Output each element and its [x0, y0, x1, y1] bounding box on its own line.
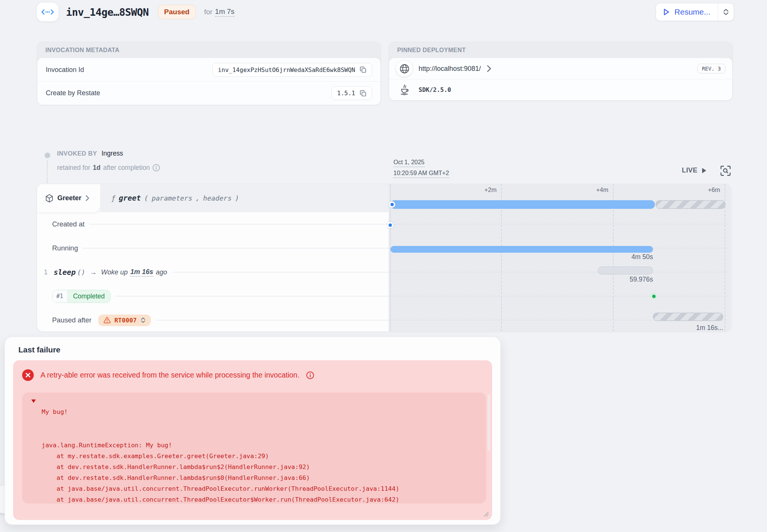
attempt-completed-dot: [650, 293, 657, 300]
copy-version-button[interactable]: [360, 90, 366, 97]
error-code-badge[interactable]: RT0007: [98, 315, 151, 326]
service-name: Greeter: [57, 194, 81, 202]
created-at-label: Created at: [52, 220, 84, 228]
paren-open: (: [144, 194, 149, 202]
invocation-duration[interactable]: 1m 7s: [215, 7, 234, 17]
timeline-start-datetime[interactable]: Oct 1, 2025 10:20:59 AM GMT+2: [393, 159, 449, 181]
code-chevrons-icon: [41, 9, 54, 15]
resume-button[interactable]: Resume...: [656, 3, 718, 21]
resume-button-label: Resume...: [674, 7, 710, 16]
timeline-date: Oct 1, 2025: [393, 159, 425, 167]
resume-split-button: Resume...: [656, 3, 734, 21]
copy-icon: [360, 66, 366, 73]
resize-handle[interactable]: [484, 511, 489, 518]
paused-duration-bar[interactable]: [653, 313, 723, 321]
deployment-endpoint-row[interactable]: http://localhost:9081/ REV. 3: [389, 58, 732, 79]
restate-version-text: 1.5.1: [337, 90, 355, 97]
retention-line: retained for 1d after completion: [57, 164, 160, 172]
created-at-dot: [387, 222, 393, 228]
running-bar[interactable]: [390, 246, 653, 253]
arg-comma: ,: [196, 194, 200, 202]
journey-dotted-line: [47, 160, 48, 183]
info-icon[interactable]: [306, 371, 314, 379]
scrollbar-thumb[interactable]: [488, 395, 490, 451]
sleep-result-suffix: ago: [156, 268, 167, 276]
sleep-duration: 59.976s: [389, 276, 653, 283]
created-at-timeline: [389, 212, 731, 236]
service-tab[interactable]: Greeter: [37, 184, 100, 212]
copy-icon: [360, 90, 366, 97]
pinned-deployment-title: PINNED DEPLOYMENT: [389, 42, 732, 58]
paused-duration: 1m 16s...: [389, 324, 723, 332]
error-code: RT0007: [114, 317, 137, 324]
error-circle: [22, 369, 34, 381]
invocation-id-row: Invocation Id inv_14gexPzHSutO6jrnWedaXS…: [38, 58, 380, 81]
invocation-metadata-body: Invocation Id inv_14gexPzHSutO6jrnWedaXS…: [37, 58, 381, 105]
chevron-up-down-icon: [141, 317, 146, 323]
retention-duration: 1d: [93, 164, 101, 172]
triangle-down-icon: [31, 399, 36, 403]
page-header: inv_14ge…8SWQN Paused for 1m 7s Resume..…: [37, 2, 734, 22]
live-button[interactable]: LIVE: [682, 166, 707, 174]
arrow-right-icon: →: [90, 268, 96, 276]
retention-prefix: retained for: [57, 164, 90, 172]
deployment-endpoint: http://localhost:9081/: [419, 65, 481, 73]
sleep-duration-bar[interactable]: [598, 267, 653, 274]
invocation-id-value: inv_14gexPzHSutO6jrnWedaXSaRdE6wk8SWQN: [212, 63, 372, 77]
journal-table: Greeter ƒ greet ( parameters , headers )…: [37, 184, 731, 332]
fit-to-view-button[interactable]: [720, 165, 731, 178]
invocation-id-text: inv_14gexPzHSutO6jrnWedaXSaRdE6wk8SWQN: [218, 66, 355, 73]
failure-alert-header: A retry-able error was received from the…: [13, 360, 492, 381]
retention-suffix: after completion: [103, 164, 150, 172]
page-title: inv_14ge…8SWQN: [66, 6, 149, 18]
scan-search-icon: [720, 165, 731, 176]
pinned-deployment-panel: PINNED DEPLOYMENT http://localhost:9081/…: [389, 42, 733, 101]
created-by-row: Create by Restate 1.5.1: [38, 81, 380, 105]
globe-icon: [399, 64, 410, 74]
chevron-right-icon: [487, 65, 491, 72]
info-icon[interactable]: [152, 164, 160, 172]
handler-arg-2: headers: [203, 194, 232, 202]
sleep-entry-name[interactable]: sleep: [54, 268, 76, 277]
created-by-label: Create by Restate: [46, 89, 100, 97]
invocation-paused-bar[interactable]: [656, 200, 725, 209]
invocation-detail-page: inv_14ge…8SWQN Paused for 1m 7s Resume..…: [0, 0, 767, 532]
chevron-up-down-icon: [723, 9, 729, 15]
invocation-total-bar[interactable]: [390, 200, 655, 209]
invocation-type-icon: [37, 3, 59, 21]
invoked-by-line: INVOKED BY Ingress: [57, 150, 123, 157]
paused-timeline: 1m 16s...: [389, 308, 731, 332]
restate-version-value: 1.5.1: [332, 86, 372, 100]
stack-trace: java.lang.RuntimeException: My bug! at m…: [42, 440, 399, 504]
invocation-metadata-title: INVOCATION METADATA: [37, 42, 381, 58]
resize-grip-icon: [484, 512, 489, 517]
function-symbol: ƒ: [111, 194, 116, 202]
entry-index: 1: [44, 268, 54, 276]
invoked-by-value: Ingress: [102, 150, 123, 157]
sleep-wakeup-time[interactable]: 1m 16s: [130, 268, 153, 277]
journal-row-created-at: Created at: [37, 212, 731, 236]
paren-close: ): [235, 194, 239, 202]
handler-name: greet: [119, 194, 141, 202]
tick-6m: +6m: [389, 186, 720, 193]
stack-trace-box[interactable]: My bug! java.lang.RuntimeException: My b…: [22, 393, 486, 504]
sdk-version: SDK/2.5.0: [419, 86, 451, 93]
sleep-entry-parens: (): [77, 268, 86, 276]
running-timeline: 4m 50s: [389, 236, 731, 260]
failure-summary: My bug!: [42, 408, 68, 415]
invoked-by-label: INVOKED BY: [57, 150, 97, 157]
play-filled-icon: [702, 168, 707, 174]
copy-invocation-id-button[interactable]: [360, 66, 366, 73]
attempt-timeline: [389, 284, 731, 308]
resume-options-button[interactable]: [718, 3, 734, 21]
attempt-badge[interactable]: #1 Completed: [52, 290, 111, 303]
sleep-timeline: 59.976s: [389, 260, 731, 284]
play-outline-icon: [663, 9, 669, 15]
collapse-toggle[interactable]: [31, 398, 36, 405]
journal-row-sleep: 1 sleep () → Woke up 1m 16s ago 59.976s: [37, 260, 731, 284]
paused-after-label: Paused after: [52, 316, 92, 324]
revision-badge: REV. 3: [697, 64, 725, 73]
attempt-status: Completed: [68, 290, 111, 303]
journal-row-paused: Paused after RT0007 1m 16s...: [37, 308, 731, 332]
failure-message: A retry-able error was received from the…: [41, 371, 299, 379]
